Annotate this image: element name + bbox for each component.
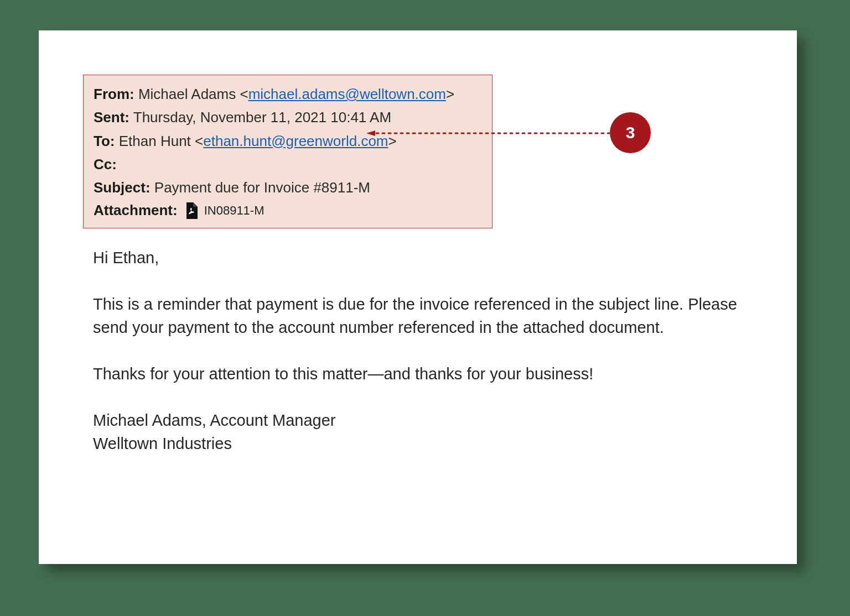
subject-label: Subject: xyxy=(94,179,151,196)
callout-badge: 3 xyxy=(610,112,651,153)
sent-label: Sent: xyxy=(94,109,129,126)
to-name: Ethan Hunt xyxy=(119,133,191,149)
sent-value: Thursday, November 11, 2021 10:41 AM xyxy=(133,109,391,126)
callout-number: 3 xyxy=(626,123,635,142)
signature-line-1: Michael Adams, Account Manager xyxy=(93,411,335,429)
email-card: From: Michael Adams <michael.adams@wellt… xyxy=(39,30,797,564)
from-email-link[interactable]: michael.adams@welltown.com xyxy=(248,86,446,102)
cc-label: Cc: xyxy=(94,156,117,173)
cc-line: Cc: xyxy=(94,153,482,175)
email-body: Hi Ethan, This is a reminder that paymen… xyxy=(93,246,746,455)
subject-line: Subject: Payment due for Invoice #8911-M xyxy=(94,176,482,199)
from-line: From: Michael Adams <michael.adams@wellt… xyxy=(94,83,482,105)
greeting: Hi Ethan, xyxy=(93,246,746,269)
attachment-line: Attachment: IN08911-M xyxy=(94,202,482,219)
from-name: Michael Adams xyxy=(138,86,236,102)
attachment-label: Attachment: xyxy=(94,202,178,219)
body-paragraph-1: This is a reminder that payment is due f… xyxy=(93,293,746,339)
subject-value: Payment due for Invoice #8911-M xyxy=(154,179,370,196)
sent-line: Sent: Thursday, November 11, 2021 10:41 … xyxy=(94,106,482,128)
to-line: To: Ethan Hunt <ethan.hunt@greenworld.co… xyxy=(94,130,482,152)
signature-line-2: Welltown Industries xyxy=(93,435,232,452)
to-label: To: xyxy=(94,133,115,149)
attachment-name[interactable]: IN08911-M xyxy=(204,203,265,218)
signature: Michael Adams, Account Manager Welltown … xyxy=(93,409,746,455)
body-paragraph-2: Thanks for your attention to this matter… xyxy=(93,362,746,385)
from-label: From: xyxy=(94,86,134,102)
email-header-box: From: Michael Adams <michael.adams@wellt… xyxy=(83,75,493,228)
pdf-file-icon[interactable] xyxy=(184,202,198,219)
to-email-link[interactable]: ethan.hunt@greenworld.com xyxy=(203,133,388,149)
